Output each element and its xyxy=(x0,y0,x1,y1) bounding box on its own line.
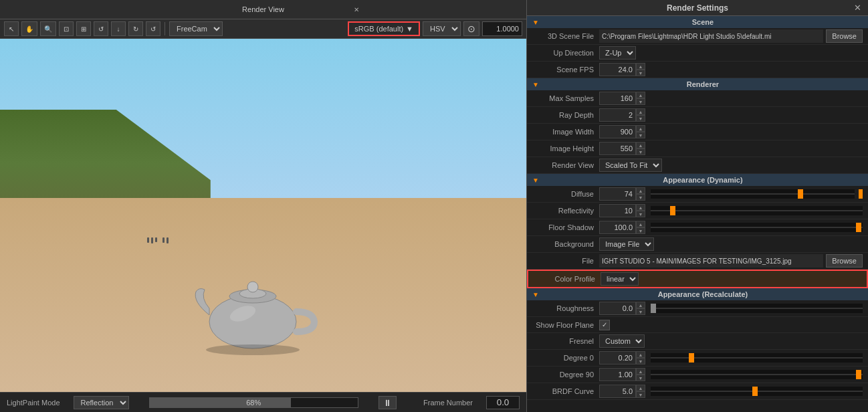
reflectivity-slider[interactable] xyxy=(651,206,863,215)
color-profile-value: linear xyxy=(601,272,861,286)
show-floor-plane-checkbox[interactable] xyxy=(599,320,610,330)
up-direction-label: Up Direction xyxy=(532,49,599,57)
file-browse-button[interactable]: Browse xyxy=(826,254,863,268)
tool-rotate-ccw-button[interactable]: ↺ xyxy=(94,21,108,36)
scene-fps-down[interactable]: ▼ xyxy=(636,70,645,76)
tool-arrow-button[interactable]: ↖ xyxy=(4,21,19,36)
image-height-down[interactable]: ▼ xyxy=(636,148,645,155)
render-view-close-button[interactable]: ✕ xyxy=(349,2,364,17)
scene-fps-up[interactable]: ▲ xyxy=(636,63,645,70)
file-row: File IGHT STUDIO 5 - MAIN/IMAGES FOR TES… xyxy=(527,253,868,270)
degree-90-slider[interactable] xyxy=(651,370,863,379)
settings-close-button[interactable]: ✕ xyxy=(854,3,861,13)
roughness-input[interactable] xyxy=(599,302,636,315)
tool-hand-button[interactable]: ✋ xyxy=(21,21,37,36)
scene-file-browse-button[interactable]: Browse xyxy=(826,29,863,43)
max-samples-input[interactable] xyxy=(599,92,636,105)
diffuse-input[interactable] xyxy=(599,187,636,201)
floor-shadow-slider[interactable] xyxy=(651,223,863,232)
srgb-button[interactable]: sRGB (default) ▼ xyxy=(348,21,420,36)
frame-number-input[interactable] xyxy=(486,396,520,409)
tool-rotate-cw-button[interactable]: ↻ xyxy=(128,21,143,36)
degree-0-slider-thumb[interactable] xyxy=(689,353,694,363)
background-select[interactable]: Image File xyxy=(599,237,654,251)
degree-0-down[interactable]: ▼ xyxy=(636,358,645,365)
diffuse-arrows: ▲ ▼ xyxy=(636,187,645,201)
scene-fps-input[interactable] xyxy=(599,63,636,76)
reflectivity-up[interactable]: ▲ xyxy=(636,204,645,211)
diffuse-slider[interactable] xyxy=(651,189,855,199)
render-view-value: Scaled To Fit xyxy=(599,159,863,172)
brdf-curve-input[interactable] xyxy=(599,385,636,398)
diffuse-down[interactable]: ▼ xyxy=(636,194,645,201)
diffuse-row: Diffuse ▲ ▼ xyxy=(527,186,868,203)
render-view-title: Render View xyxy=(177,5,349,13)
floor-shadow-up[interactable]: ▲ xyxy=(636,221,645,227)
degree-90-slider-thumb[interactable] xyxy=(856,370,861,379)
scene-file-value: C:\Program Files\Lightmap\HDR Light Stud… xyxy=(599,29,863,43)
file-path: IGHT STUDIO 5 - MAIN/IMAGES FOR TESTING/… xyxy=(599,254,823,268)
degree-90-down[interactable]: ▼ xyxy=(636,375,645,381)
tool-zoom-in-button[interactable]: 🔍 xyxy=(40,21,56,36)
brdf-curve-spinner: ▲ ▼ xyxy=(599,385,645,398)
ray-depth-row: Ray Depth ▲ ▼ xyxy=(527,107,868,124)
floor-shadow-spinner: ▲ ▼ xyxy=(599,221,645,234)
image-width-spinner: ▲ ▼ xyxy=(599,125,645,138)
tool-zoom-reset-button[interactable]: ⊞ xyxy=(76,21,91,36)
brdf-curve-up[interactable]: ▲ xyxy=(636,385,645,391)
degree-0-arrows: ▲ ▼ xyxy=(636,351,645,365)
floor-shadow-slider-thumb[interactable] xyxy=(856,223,861,232)
roughness-slider[interactable] xyxy=(651,304,863,313)
brdf-curve-slider-thumb[interactable] xyxy=(752,387,758,396)
reflectivity-value: ▲ ▼ xyxy=(599,204,863,217)
ray-depth-input[interactable] xyxy=(599,108,636,122)
roughness-slider-thumb[interactable] xyxy=(651,304,656,313)
image-width-up[interactable]: ▲ xyxy=(636,125,645,132)
reflectivity-input[interactable] xyxy=(599,204,636,217)
appearance-dynamic-header[interactable]: ▼ Appearance (Dynamic) xyxy=(527,174,868,186)
degree-0-up[interactable]: ▲ xyxy=(636,351,645,358)
degree-0-slider[interactable] xyxy=(651,353,863,363)
scene-fps-arrows: ▲ ▼ xyxy=(636,63,645,76)
fresnel-select[interactable]: Custom xyxy=(599,334,645,348)
reflectivity-slider-thumb[interactable] xyxy=(670,206,675,215)
renderer-section-header[interactable]: ▼ Renderer xyxy=(527,78,868,90)
floor-shadow-input[interactable] xyxy=(599,221,636,234)
brdf-curve-down[interactable]: ▼ xyxy=(636,391,645,398)
degree-0-input[interactable] xyxy=(599,351,636,365)
degree-90-input[interactable] xyxy=(599,368,636,381)
image-width-input[interactable] xyxy=(599,125,636,138)
appearance-recalculate-header[interactable]: ▼ Appearance (Recalculate) xyxy=(527,288,868,300)
exposure-input[interactable] xyxy=(482,21,522,36)
degree-90-up[interactable]: ▲ xyxy=(636,368,645,375)
reflectivity-down[interactable]: ▼ xyxy=(636,211,645,217)
image-height-up[interactable]: ▲ xyxy=(636,142,645,148)
floor-shadow-down[interactable]: ▼ xyxy=(636,227,645,234)
tool-down-button[interactable]: ↓ xyxy=(111,21,126,36)
reflection-select[interactable]: Reflection xyxy=(74,396,129,409)
scene-fps-value: ▲ ▼ xyxy=(599,63,863,76)
tool-refresh-button[interactable]: ↺ xyxy=(146,21,160,36)
ray-depth-down[interactable]: ▼ xyxy=(636,115,645,122)
play-pause-button[interactable]: ⏸ xyxy=(378,396,397,409)
floor-shadow-label: Floor Shadow xyxy=(532,223,599,231)
hsv-select[interactable]: HSV xyxy=(423,21,461,36)
max-samples-down[interactable]: ▼ xyxy=(636,98,645,105)
image-width-down[interactable]: ▼ xyxy=(636,132,645,138)
camera-select[interactable]: FreeCam xyxy=(169,21,223,36)
max-samples-up[interactable]: ▲ xyxy=(636,92,645,98)
tool-zoom-fit-button[interactable]: ⊡ xyxy=(59,21,74,36)
brdf-curve-slider[interactable] xyxy=(651,387,863,396)
color-profile-select[interactable]: linear xyxy=(601,272,639,286)
up-direction-select[interactable]: Z-Up xyxy=(599,46,636,60)
scene-section-header[interactable]: ▼ Scene xyxy=(527,16,868,28)
roughness-up[interactable]: ▲ xyxy=(636,302,645,308)
roughness-down[interactable]: ▼ xyxy=(636,308,645,315)
diffuse-slider-thumb[interactable] xyxy=(798,189,803,199)
color-wheel-button[interactable]: ⊙ xyxy=(463,21,479,36)
appearance-dynamic-arrow-icon: ▼ xyxy=(532,177,539,184)
render-view-select[interactable]: Scaled To Fit xyxy=(599,159,662,172)
image-height-input[interactable] xyxy=(599,142,636,155)
diffuse-up[interactable]: ▲ xyxy=(636,187,645,194)
ray-depth-up[interactable]: ▲ xyxy=(636,108,645,115)
